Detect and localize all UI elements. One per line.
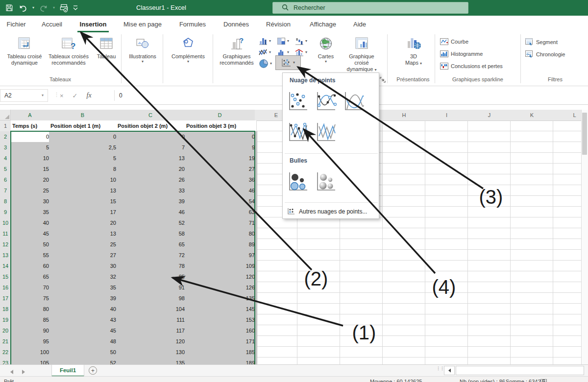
complements-button[interactable]: Compléments ▾ — [167, 34, 210, 75]
insert-line-chart-button[interactable]: ▾ — [259, 48, 271, 56]
cell-A12[interactable]: 50 — [11, 239, 51, 250]
cell-C3[interactable]: 7 — [116, 142, 187, 153]
row-header-8[interactable]: 8 — [0, 196, 11, 207]
column-header-B[interactable]: B — [49, 110, 117, 121]
cell-D12[interactable]: 89 — [185, 239, 257, 250]
customize-qat-icon[interactable] — [73, 5, 78, 11]
cell-B4[interactable]: 5 — [49, 153, 119, 164]
recommended-charts-button[interactable]: ? Graphiques recommandés — [216, 34, 258, 75]
cell-A20[interactable]: 90 — [11, 325, 51, 336]
horizontal-scrollbar[interactable] — [456, 366, 584, 375]
cell-D5[interactable]: 27 — [185, 164, 257, 175]
cell-D8[interactable]: 54 — [185, 196, 257, 207]
cell-B18[interactable]: 40 — [49, 304, 119, 315]
column-header-K[interactable]: K — [511, 110, 554, 121]
cell-C17[interactable]: 98 — [116, 293, 187, 304]
cell-D20[interactable]: 160 — [185, 325, 257, 336]
cell-D16[interactable]: 126 — [185, 282, 257, 293]
cell-B8[interactable]: 15 — [49, 196, 119, 207]
cell-D4[interactable]: 19 — [185, 153, 257, 164]
cell-B5[interactable]: 8 — [49, 164, 119, 175]
cell-C2[interactable]: 0 — [116, 131, 187, 143]
row-header-17[interactable]: 17 — [0, 293, 11, 304]
cell-D15[interactable]: 120 — [185, 271, 257, 283]
cell-A22[interactable]: 100 — [11, 347, 51, 358]
cell-B17[interactable]: 39 — [49, 293, 119, 304]
undo-icon[interactable] — [18, 3, 28, 12]
cell-B6[interactable]: 10 — [49, 174, 119, 186]
cell-D21[interactable]: 171 — [185, 336, 257, 347]
cell-A8[interactable]: 30 — [11, 196, 51, 207]
cell-B11[interactable]: 13 — [49, 228, 119, 239]
sheet-nav-right-icon[interactable] — [22, 368, 25, 377]
cell-D6[interactable]: 36 — [185, 174, 257, 186]
cell-B22[interactable]: 50 — [49, 347, 119, 358]
more-scatter-charts-item[interactable]: Autres nuages de points... — [283, 205, 384, 217]
row-header-16[interactable]: 16 — [0, 282, 11, 293]
sparkline-histogramme-button[interactable]: Histogramme — [440, 50, 483, 57]
cell-D7[interactable]: 46 — [185, 185, 257, 196]
name-box-dropdown-icon[interactable]: ▾ — [42, 94, 44, 97]
cell-C16[interactable]: 91 — [116, 282, 187, 293]
cell-B9[interactable]: 17 — [49, 207, 119, 218]
cell-C6[interactable]: 26 — [116, 174, 187, 186]
scrollbar-resize-handle[interactable]: ⋮⋮ — [436, 367, 440, 374]
cell-A10[interactable]: 40 — [11, 217, 51, 229]
column-header-L[interactable]: L — [553, 110, 581, 121]
sparkline-conclusions-button[interactable]: Conclusions et pertes — [440, 63, 503, 70]
scatter-smooth-icon[interactable] — [342, 90, 365, 113]
cell-D2[interactable]: 0 — [185, 131, 257, 143]
cartes-button[interactable]: Cartes ▾ — [312, 34, 340, 75]
cell-B23[interactable]: 52 — [49, 358, 119, 364]
tab-affichage[interactable]: Affichage — [307, 16, 339, 32]
row-header-10[interactable]: 10 — [0, 217, 11, 229]
table-button[interactable]: Tableau — [93, 34, 120, 75]
cell-D17[interactable]: 135 — [185, 293, 257, 304]
sheet-nav-left-icon[interactable] — [10, 368, 14, 377]
cell-B7[interactable]: 13 — [49, 185, 119, 196]
cell-D9[interactable]: 63 — [185, 207, 257, 218]
formula-input[interactable]: 0 — [119, 89, 122, 102]
cell-B19[interactable]: 43 — [49, 314, 119, 326]
column-header-D[interactable]: D — [185, 110, 255, 121]
tab-mise-en-page[interactable]: Mise en page — [122, 16, 164, 32]
cell-A15[interactable]: 65 — [11, 271, 51, 283]
cell-B10[interactable]: 20 — [49, 217, 119, 229]
column-header-I[interactable]: I — [425, 110, 468, 121]
cell-A23[interactable]: 105 — [11, 358, 51, 364]
insert-function-icon[interactable]: fx — [87, 92, 92, 99]
column-header-C[interactable]: C — [116, 110, 185, 121]
add-sheet-button[interactable]: + — [89, 366, 97, 375]
tab-données[interactable]: Données — [221, 16, 251, 32]
cell-D22[interactable]: 185 — [185, 347, 257, 358]
cell-A2[interactable]: 0 — [11, 131, 51, 143]
cell-A21[interactable]: 95 — [11, 336, 51, 347]
column-header-J[interactable]: J — [468, 110, 511, 121]
cell-D10[interactable]: 71 — [185, 217, 257, 229]
cell-C18[interactable]: 104 — [116, 304, 187, 315]
row-header-11[interactable]: 11 — [0, 228, 11, 239]
cell-D11[interactable]: 80 — [185, 228, 257, 239]
cell-C4[interactable]: 13 — [116, 153, 187, 164]
sparkline-courbe-button[interactable]: Courbe — [440, 38, 468, 45]
cell-B20[interactable]: 45 — [49, 325, 119, 336]
cell-C7[interactable]: 33 — [116, 185, 187, 196]
cell-B21[interactable]: 48 — [49, 336, 119, 347]
cell-C20[interactable]: 117 — [116, 325, 187, 336]
cell-C15[interactable]: 85 — [116, 271, 187, 283]
row-header-22[interactable]: 22 — [0, 347, 11, 358]
insert-scatter-chart-button[interactable]: ▾ — [275, 55, 301, 70]
cell-C8[interactable]: 39 — [116, 196, 187, 207]
tab-formules[interactable]: Formules — [177, 16, 208, 32]
cell-A13[interactable]: 55 — [11, 250, 51, 261]
cell-B12[interactable]: 25 — [49, 239, 119, 250]
cell-A3[interactable]: 5 — [11, 142, 51, 153]
tab-insertion[interactable]: Insertion — [77, 16, 109, 32]
vertical-scrollbar-thumb[interactable] — [582, 113, 587, 155]
row-header-3[interactable]: 3 — [0, 142, 11, 153]
cell-A4[interactable]: 10 — [11, 153, 51, 164]
cell-B3[interactable]: 2,5 — [49, 142, 119, 153]
row-header-13[interactable]: 13 — [0, 250, 11, 261]
cell-D3[interactable]: 9 — [185, 142, 257, 153]
tab-accueil[interactable]: Accueil — [39, 16, 65, 32]
